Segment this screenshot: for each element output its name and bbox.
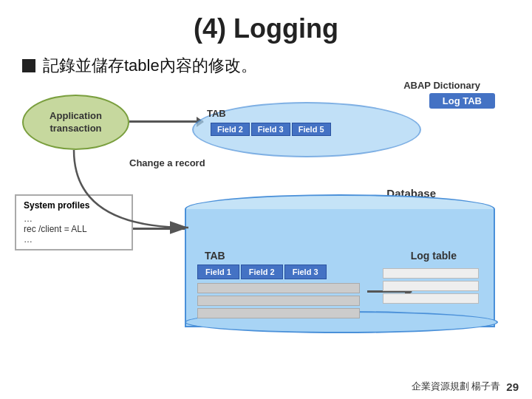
- bullet-text: 記錄並儲存table內容的修改。: [43, 55, 257, 77]
- db-field-1: Field 1: [197, 265, 239, 279]
- footer-author: 企業資源規劃 楊子青: [412, 380, 501, 393]
- tab-fields-top: Field 2 Field 3 Field 5: [211, 123, 331, 136]
- database-area: TAB Field 1 Field 2 Field 3 Log table: [185, 194, 495, 342]
- db-field-3: Field 3: [284, 265, 327, 279]
- abap-dictionary-label: ABAP Dictionary: [403, 80, 480, 91]
- field-box-2: Field 2: [211, 123, 250, 136]
- db-field-2: Field 2: [241, 265, 283, 279]
- cylinder-body: TAB Field 1 Field 2 Field 3 Log table: [185, 209, 495, 327]
- db-tab-label: TAB: [205, 250, 225, 262]
- main-area: ABAP Dictionary Log TAB Applicationtrans…: [0, 80, 532, 368]
- field-box-3: Field 3: [251, 123, 290, 136]
- arrow-sp-to-db: [133, 228, 192, 230]
- footer: 企業資源規劃 楊子青 29: [412, 380, 519, 393]
- db-row-3: [197, 308, 360, 318]
- db-fields: Field 1 Field 2 Field 3: [197, 265, 327, 279]
- footer-page: 29: [506, 381, 519, 393]
- system-profiles-line2: rec /client = ALL: [24, 224, 124, 234]
- log-table-label: Log table: [411, 250, 457, 262]
- system-profiles-line3: …: [24, 234, 124, 245]
- log-rows: [383, 268, 479, 306]
- log-row-3: [383, 293, 479, 304]
- db-row-1: [197, 283, 360, 293]
- bullet-line: 記錄並儲存table內容的修改。: [0, 52, 532, 80]
- change-record-label: Change a record: [129, 157, 205, 168]
- db-rows: [197, 283, 360, 321]
- logtab-box: Log TAB: [429, 93, 495, 109]
- field-box-5: Field 5: [292, 123, 331, 136]
- tab-label-top: TAB: [207, 108, 226, 119]
- tab-area-top: TAB Field 2 Field 3 Field 5: [192, 102, 429, 161]
- log-row-1: [383, 268, 479, 279]
- system-profiles-line1: …: [24, 214, 124, 224]
- log-row-2: [383, 281, 479, 291]
- bullet-icon: [22, 59, 35, 72]
- system-profiles-title: System profiles: [24, 200, 124, 211]
- page-title: (4) Logging: [0, 0, 532, 52]
- db-row-2: [197, 296, 360, 306]
- app-transaction: Applicationtransaction: [22, 95, 129, 150]
- system-profiles-box: System profiles … rec /client = ALL …: [15, 194, 133, 250]
